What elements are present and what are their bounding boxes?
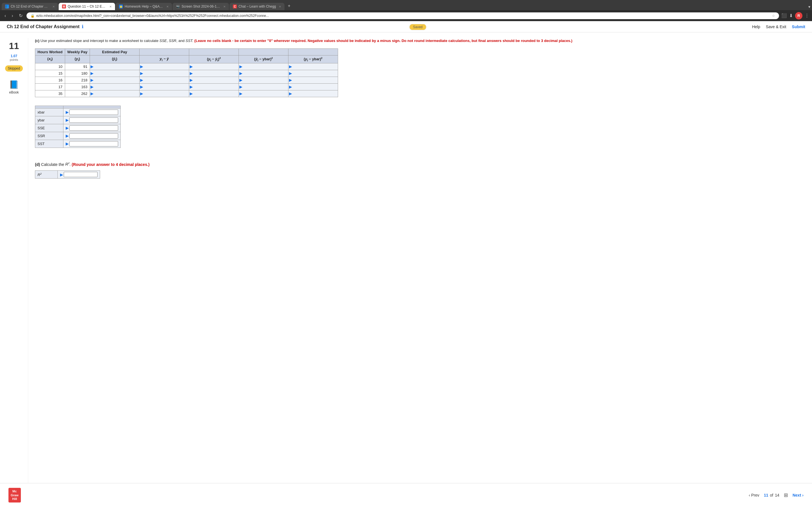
- yi3sq-input[interactable]: [293, 77, 337, 82]
- res5sq-input[interactable]: [193, 91, 238, 96]
- app-header-left: Ch 12 End of Chapter Assignment ℹ: [7, 24, 84, 29]
- submit-link[interactable]: Submit: [792, 24, 805, 29]
- tab-1-close[interactable]: ✕: [52, 5, 55, 8]
- yhat5-input[interactable]: [94, 91, 139, 96]
- tab-5[interactable]: C Chat – Learn with Chegg ✕: [230, 3, 285, 10]
- menu-icon[interactable]: ⋮: [805, 13, 809, 18]
- yhat4sq-cell[interactable]: ▶: [239, 83, 288, 90]
- reload-button[interactable]: ↻: [17, 12, 24, 19]
- res4-input[interactable]: [144, 84, 188, 89]
- logo-line1: Mc: [11, 490, 18, 493]
- yhat2-cell[interactable]: ▶: [90, 70, 139, 76]
- tab-2-close[interactable]: ✕: [109, 5, 112, 8]
- sse-input[interactable]: [69, 125, 118, 131]
- sse-value-cell[interactable]: ▶: [63, 124, 121, 132]
- prev-button[interactable]: ‹ Prev: [749, 493, 759, 494]
- yi5sq-cell[interactable]: ▶: [288, 90, 338, 97]
- yhat3sq-input[interactable]: [243, 77, 288, 82]
- yi2sq-input[interactable]: [293, 71, 337, 76]
- marker-5d: ▶: [239, 91, 243, 96]
- res5sq-cell[interactable]: ▶: [189, 90, 239, 97]
- res4-cell[interactable]: ▶: [139, 83, 189, 90]
- res1sq-input[interactable]: [193, 64, 238, 69]
- forward-button[interactable]: ›: [10, 12, 15, 19]
- yhat4-input[interactable]: [94, 84, 139, 89]
- tab-2[interactable]: M Question 11 – Ch 12 End of Ch... ✕: [59, 3, 115, 10]
- yhat4-cell[interactable]: ▶: [90, 83, 139, 90]
- yhat2sq-input[interactable]: [243, 71, 288, 76]
- yhat5sq-input[interactable]: [243, 91, 288, 96]
- tab-1[interactable]: 📘 Ch 12 End of Chapter Assign... ✕: [2, 3, 58, 10]
- res2sq-cell[interactable]: ▶: [189, 70, 239, 76]
- res2-input[interactable]: [144, 71, 188, 76]
- yhat1sq-cell[interactable]: ▶: [239, 63, 288, 70]
- save-exit-link[interactable]: Save & Exit: [766, 24, 786, 29]
- profile-icon[interactable]: R: [795, 12, 802, 19]
- yi1sq-cell[interactable]: ▶: [288, 63, 338, 70]
- sst-value-cell[interactable]: ▶: [63, 140, 121, 148]
- r2-label-cell: R2: [35, 171, 58, 179]
- yhat1-input[interactable]: [94, 64, 139, 69]
- ssr-input[interactable]: [69, 133, 118, 138]
- res4sq-input[interactable]: [193, 84, 238, 89]
- res5-cell[interactable]: ▶: [139, 90, 189, 97]
- res5-input[interactable]: [144, 91, 188, 96]
- yhat2-input[interactable]: [94, 71, 139, 76]
- ebook-button[interactable]: 📘 eBook: [9, 80, 19, 94]
- r2-value-cell[interactable]: ▶: [58, 171, 100, 179]
- yi2sq-cell[interactable]: ▶: [288, 70, 338, 76]
- sst-input[interactable]: [69, 141, 118, 147]
- res2-cell[interactable]: ▶: [139, 70, 189, 76]
- yhat1sq-input[interactable]: [243, 64, 288, 69]
- res4sq-cell[interactable]: ▶: [189, 83, 239, 90]
- ybar-value-cell[interactable]: ▶: [63, 116, 121, 124]
- ybar-input[interactable]: [69, 117, 118, 123]
- tab-overflow[interactable]: ▾: [808, 4, 810, 10]
- next-button[interactable]: Next ›: [793, 493, 804, 494]
- yhat3-cell[interactable]: ▶: [90, 76, 139, 83]
- address-bar[interactable]: 🔒 ezto.mheducation.com/ext/map/index.htm…: [27, 12, 779, 19]
- yhat4sq-input[interactable]: [243, 84, 288, 89]
- yi1sq-input[interactable]: [293, 64, 337, 69]
- yhat2sq-cell[interactable]: ▶: [239, 70, 288, 76]
- yi3sq-cell[interactable]: ▶: [288, 76, 338, 83]
- x3: 16: [35, 76, 65, 83]
- res3sq-cell[interactable]: ▶: [189, 76, 239, 83]
- yhat3-input[interactable]: [94, 77, 139, 82]
- yhat5-cell[interactable]: ▶: [90, 90, 139, 97]
- yi4sq-input[interactable]: [293, 84, 337, 89]
- yi5sq-input[interactable]: [293, 91, 337, 96]
- ssr-value-cell[interactable]: ▶: [63, 132, 121, 140]
- yi4sq-cell[interactable]: ▶: [288, 83, 338, 90]
- res2sq-input[interactable]: [193, 71, 238, 76]
- tab-3-close[interactable]: ✕: [166, 5, 168, 8]
- download-icon[interactable]: ⬇: [789, 13, 793, 18]
- r2-input[interactable]: [64, 172, 98, 177]
- tab-4-close[interactable]: ✕: [223, 5, 225, 8]
- yhat1-cell[interactable]: ▶: [90, 63, 139, 70]
- help-link[interactable]: Help: [752, 24, 760, 29]
- res1-input[interactable]: [144, 64, 188, 69]
- x2: 15: [35, 70, 65, 76]
- tab-4[interactable]: 📷 Screen Shot 2024-06-15 at 8... ✕: [172, 3, 229, 10]
- grid-icon[interactable]: ⊞: [784, 492, 788, 494]
- subheader-yi-ybar-sq: (yi − ybar)2: [288, 55, 338, 63]
- extensions-icon[interactable]: ⬛: [781, 13, 787, 18]
- yhat5sq-cell[interactable]: ▶: [239, 90, 288, 97]
- tab-5-close[interactable]: ✕: [279, 5, 281, 8]
- x5: 35: [35, 90, 65, 97]
- star-icon[interactable]: ☆: [772, 14, 775, 18]
- tab-3[interactable]: ⭐ Homework Help – Q&A from C... ✕: [116, 3, 172, 10]
- res3sq-input[interactable]: [193, 77, 238, 82]
- marker-4b: ▶: [140, 84, 143, 89]
- yhat3sq-cell[interactable]: ▶: [239, 76, 288, 83]
- res1-cell[interactable]: ▶: [139, 63, 189, 70]
- xbar-value-cell[interactable]: ▶: [63, 108, 121, 116]
- res3-input[interactable]: [144, 77, 188, 82]
- res1sq-cell[interactable]: ▶: [189, 63, 239, 70]
- res3-cell[interactable]: ▶: [139, 76, 189, 83]
- logo-box: Mc Graw Hill: [8, 488, 21, 494]
- xbar-input[interactable]: [69, 110, 118, 115]
- new-tab-button[interactable]: +: [285, 2, 293, 10]
- back-button[interactable]: ‹: [3, 12, 8, 19]
